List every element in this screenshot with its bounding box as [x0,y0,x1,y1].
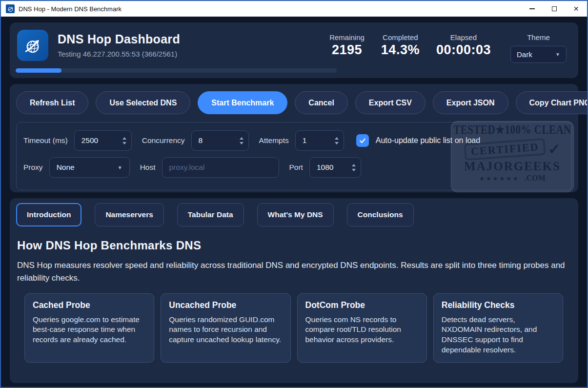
titlebar: DNS Hop - Modern DNS Benchmark ✕ [1,1,587,17]
attempts-label: Attempts [259,136,289,145]
tab-introduction[interactable]: Introduction [16,203,81,226]
globe-arrow-icon [22,35,43,56]
theme-label: Theme [510,33,567,41]
concurrency-input[interactable]: 8 [191,130,249,151]
minimize-icon [529,8,535,9]
content-intro: DNS Hop measures resolver speed and reli… [17,259,569,285]
tab-bar: Introduction Nameservers Tabular Data Wh… [16,203,572,226]
port-input[interactable]: 1080 [309,157,361,178]
info-cards: Cached Probe Queries google.com to estim… [24,293,563,363]
stat-elapsed: Elapsed 00:00:03 [436,33,491,58]
page-title: DNS Hop Dashboard [58,32,180,46]
stat-remaining: Remaining 2195 [329,33,365,58]
concurrency-label: Concurrency [142,136,185,145]
attempts-input[interactable]: 1 [295,130,344,151]
proxy-select[interactable]: None ▼ [49,157,130,178]
start-benchmark-button[interactable]: Start Benchmark [198,91,287,114]
spinner-up-icon[interactable] [352,164,356,166]
theme-select[interactable]: Dark ▼ [510,46,567,63]
spinner-down-icon[interactable] [122,142,126,144]
use-selected-dns-button[interactable]: Use Selected DNS [96,91,190,114]
settings-panel: Timeout (ms) 2500 Concurrency 8 [16,122,572,190]
maximize-icon [552,6,557,11]
tab-whats-my-dns[interactable]: What's My DNS [257,203,334,226]
spinner-down-icon[interactable] [335,142,339,144]
app-window: DNS Hop - Modern DNS Benchmark ✕ [0,0,588,388]
header-panel: DNS Hop Dashboard Testing 46.227.200.55:… [10,22,578,78]
autoupdate-checkbox[interactable] [356,134,369,147]
host-input[interactable] [162,157,279,178]
stat-completed: Completed 14.3% [381,33,420,58]
testing-status: Testing 46.227.200.55:53 (366/2561) [58,50,180,58]
close-button[interactable]: ✕ [565,1,587,17]
content-panel: Introduction Nameservers Tabular Data Wh… [10,198,578,383]
action-button-row: Refresh List Use Selected DNS Start Benc… [16,91,572,114]
spinner-down-icon[interactable] [352,169,356,171]
info-card-reliability-checks: Reliability Checks Detects dead servers,… [433,293,563,363]
timeout-input[interactable]: 2500 [74,130,132,151]
spinner-up-icon[interactable] [240,137,243,140]
info-card-dotcom-probe: DotCom Probe Queries com NS records to c… [297,293,427,363]
spinner-up-icon[interactable] [122,137,126,140]
checkmark-icon [359,137,366,144]
export-csv-button[interactable]: Export CSV [355,91,426,114]
cancel-button[interactable]: Cancel [295,91,347,114]
chevron-down-icon: ▼ [118,165,122,170]
app-logo [17,30,48,61]
proxy-label: Proxy [23,163,43,172]
toolbar-panel: Refresh List Use Selected DNS Start Benc… [10,84,578,192]
progress-fill [16,68,61,73]
tab-nameservers[interactable]: Nameservers [95,203,163,226]
info-card-cached-probe: Cached Probe Queries google.com to estim… [24,293,154,363]
spinner-up-icon[interactable] [335,137,339,140]
port-label: Port [289,163,303,172]
spinner-down-icon[interactable] [240,142,243,144]
maximize-button[interactable] [543,1,565,17]
export-json-button[interactable]: Export JSON [433,91,508,114]
autoupdate-label: Auto-update public list on load [376,136,480,145]
minimize-button[interactable] [521,1,543,17]
host-label: Host [140,163,156,172]
tab-conclusions[interactable]: Conclusions [347,203,414,226]
timeout-label: Timeout (ms) [23,136,68,145]
app-icon [6,4,15,13]
content-heading: How DNS Hop Benchmarks DNS [17,239,572,252]
chevron-down-icon: ▼ [555,52,560,57]
refresh-list-button[interactable]: Refresh List [16,91,88,114]
info-card-uncached-probe: Uncached Probe Queries randomized GUID.c… [161,293,290,363]
copy-chart-png-button[interactable]: Copy Chart PNG [516,91,587,114]
progress-bar [16,68,337,73]
tab-tabular-data[interactable]: Tabular Data [177,203,244,226]
window-title: DNS Hop - Modern DNS Benchmark [19,5,122,13]
close-icon: ✕ [573,5,579,12]
page-body: DNS Hop Dashboard Testing 46.227.200.55:… [1,17,587,387]
